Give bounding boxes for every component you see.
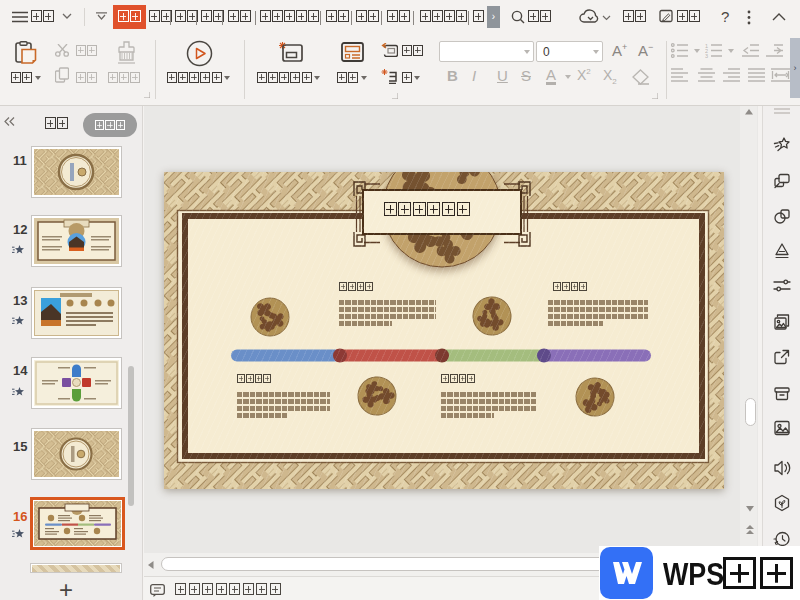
svg-text:3: 3 [705,53,708,58]
